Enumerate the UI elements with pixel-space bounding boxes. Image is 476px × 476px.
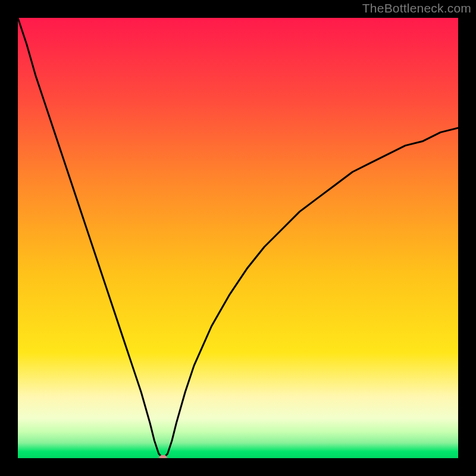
watermark-text: TheBottleneck.com [362,1,471,15]
bottleneck-curve [18,18,458,458]
optimum-marker [159,455,167,458]
plot-area [18,18,458,458]
chart-frame: TheBottleneck.com [0,0,476,476]
